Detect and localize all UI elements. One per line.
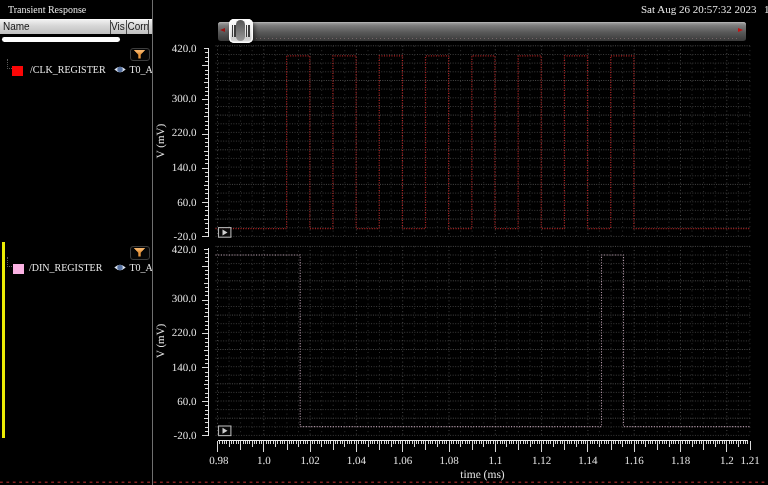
svg-text:time (ms): time (ms) (460, 469, 505, 481)
svg-text:1.1: 1.1 (488, 455, 502, 467)
svg-text:420.0: 420.0 (172, 244, 197, 256)
svg-text:1.16: 1.16 (625, 455, 645, 467)
svg-text:-20.0: -20.0 (174, 430, 197, 442)
svg-text:220.0: 220.0 (172, 327, 197, 339)
svg-text:420.0: 420.0 (172, 43, 197, 55)
svg-text:1.0: 1.0 (257, 455, 271, 467)
svg-text:1.12: 1.12 (532, 455, 551, 467)
svg-text:220.0: 220.0 (172, 127, 197, 139)
svg-text:-20.0: -20.0 (174, 231, 197, 243)
svg-text:1.14: 1.14 (578, 455, 598, 467)
svg-text:140.0: 140.0 (172, 162, 197, 174)
svg-text:1.08: 1.08 (439, 455, 459, 467)
svg-text:60.0: 60.0 (177, 396, 197, 408)
svg-text:60.0: 60.0 (177, 197, 197, 209)
svg-text:0.98: 0.98 (209, 455, 229, 467)
svg-text:1.06: 1.06 (393, 455, 413, 467)
svg-text:1.02: 1.02 (300, 455, 319, 467)
svg-text:1.18: 1.18 (671, 455, 691, 467)
svg-text:1.21: 1.21 (740, 455, 759, 467)
svg-text:V (mV): V (mV) (155, 124, 167, 159)
svg-text:1.2: 1.2 (720, 455, 734, 467)
svg-text:140.0: 140.0 (172, 362, 197, 374)
svg-text:1.04: 1.04 (347, 455, 367, 467)
svg-text:300.0: 300.0 (172, 93, 197, 105)
svg-text:300.0: 300.0 (172, 293, 197, 305)
svg-text:V (mV): V (mV) (155, 323, 167, 358)
